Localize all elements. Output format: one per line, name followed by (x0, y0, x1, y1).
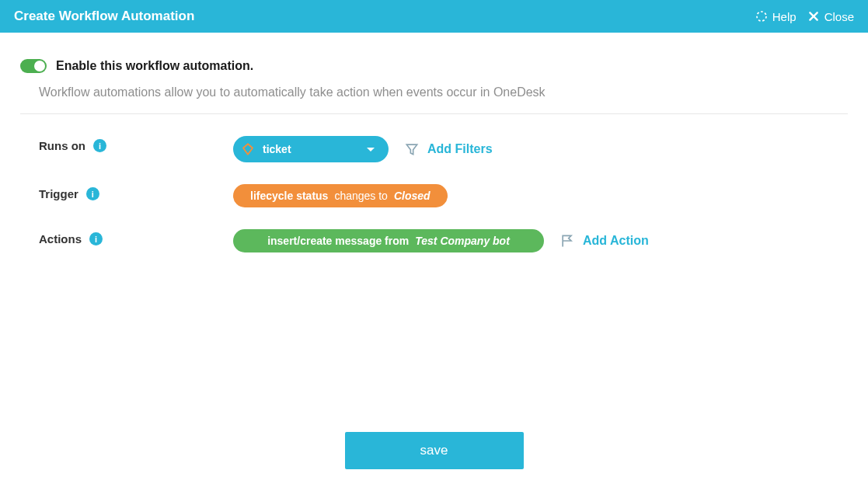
close-label: Close (824, 10, 854, 23)
add-filters-button[interactable]: Add Filters (404, 141, 493, 157)
trigger-label-group: Trigger i (39, 184, 233, 200)
modal-footer: save (0, 432, 868, 469)
help-button[interactable]: Help (755, 10, 797, 23)
trigger-row: Trigger i lifecycle status changes to Cl… (39, 184, 848, 207)
enable-row: Enable this workflow automation. (20, 59, 848, 73)
actions-row: Actions i insert/create message from Tes… (39, 229, 848, 252)
trigger-field: lifecycle status (250, 190, 328, 202)
runs-on-selected-value: ticket (263, 143, 291, 155)
enable-toggle[interactable] (20, 59, 47, 73)
flag-icon (559, 233, 575, 249)
runs-on-label: Runs on (39, 139, 85, 152)
action-pill[interactable]: insert/create message from Test Company … (233, 229, 544, 252)
toggle-knob (34, 61, 45, 71)
modal-title: Create Workflow Automation (14, 9, 194, 24)
actions-label-group: Actions i (39, 229, 233, 245)
modal-header: Create Workflow Automation Help Close (0, 0, 868, 33)
action-text: insert/create message from (267, 235, 409, 247)
close-button[interactable]: Close (807, 10, 854, 23)
trigger-controls: lifecycle status changes to Closed (233, 184, 448, 207)
info-icon[interactable]: i (86, 187, 99, 200)
ticket-icon (241, 142, 255, 156)
add-filters-label: Add Filters (427, 142, 493, 156)
runs-on-row: Runs on i ticket Add Filte (39, 136, 848, 162)
divider (20, 113, 848, 114)
actions-controls: insert/create message from Test Company … (233, 229, 649, 252)
close-icon (807, 10, 820, 23)
description-text: Workflow automations allow you to automa… (39, 85, 848, 99)
runs-on-select-content: ticket (241, 142, 291, 156)
filter-icon (404, 141, 420, 157)
svg-point-0 (757, 12, 766, 21)
trigger-pill[interactable]: lifecycle status changes to Closed (233, 184, 448, 207)
action-value: Test Company bot (415, 235, 510, 247)
add-action-label: Add Action (583, 234, 649, 248)
runs-on-label-group: Runs on i (39, 136, 233, 152)
chevron-down-icon (367, 148, 375, 151)
runs-on-controls: ticket Add Filters (233, 136, 493, 162)
trigger-operator: changes to (334, 190, 388, 202)
header-actions: Help Close (755, 10, 854, 23)
modal-content: Enable this workflow automation. Workflo… (0, 33, 868, 252)
help-icon (755, 10, 768, 23)
enable-label: Enable this workflow automation. (56, 59, 253, 73)
trigger-label: Trigger (39, 187, 78, 200)
trigger-value: Closed (394, 190, 431, 202)
runs-on-select[interactable]: ticket (233, 136, 389, 162)
info-icon[interactable]: i (93, 139, 106, 152)
help-label: Help (772, 10, 797, 23)
add-action-button[interactable]: Add Action (559, 233, 649, 249)
actions-label: Actions (39, 232, 82, 245)
save-button[interactable]: save (345, 432, 524, 469)
info-icon[interactable]: i (89, 232, 103, 245)
